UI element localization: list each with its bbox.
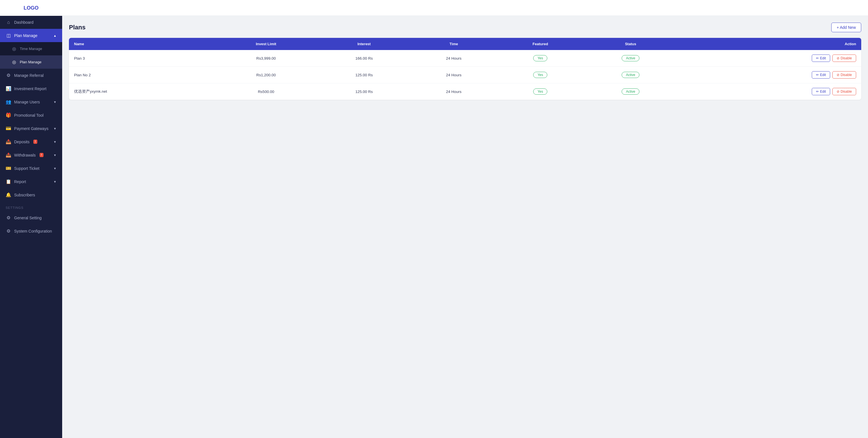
page-header: Plans + Add New — [69, 23, 861, 32]
plan-manage-icon: ◫ — [6, 33, 11, 38]
sidebar-label-subscribers: Subscribers — [14, 193, 35, 197]
sidebar-item-payment-gateways[interactable]: 💳 Payment Gateways ▼ — [0, 122, 62, 135]
table-body: Plan 3 Rs3,999.00 166.00 Rs 24 Hours Yes… — [69, 50, 861, 100]
sidebar-item-support-ticket[interactable]: 🎫 Support Ticket ▼ — [0, 162, 62, 175]
logo-text: LOGO — [24, 5, 39, 11]
sidebar-item-system-configuration[interactable]: ⚙ System Configuration — [0, 224, 62, 238]
cell-name-1: Plan No 2 — [69, 67, 214, 83]
sidebar-item-plan-manage[interactable]: ◫ Plan Manage ▲ — [0, 29, 62, 42]
sidebar-item-promotional-tool[interactable]: 🎁 Promotional Tool — [0, 108, 62, 122]
edit-icon-2: ✏ — [816, 90, 819, 94]
cell-interest-0: 166.00 Rs — [318, 50, 410, 67]
sidebar-label-manage-users: Manage Users — [14, 100, 40, 104]
featured-badge-0: Yes — [533, 55, 547, 61]
plan-manage-submenu: ◎ Time Manage ◎ Plan Manage — [0, 42, 62, 69]
table-row: Plan No 2 Rs1,200.00 125.00 Rs 24 Hours … — [69, 67, 861, 83]
edit-button-1[interactable]: ✏ Edit — [812, 71, 830, 79]
sidebar-item-general-setting[interactable]: ⚙ General Setting — [0, 211, 62, 224]
sidebar-item-dashboard[interactable]: ⌂ Dashboard — [0, 16, 62, 29]
manage-users-icon: 👥 — [6, 99, 11, 104]
action-buttons-0: ✏ Edit ⊘ Disable — [683, 55, 856, 62]
add-new-button[interactable]: + Add New — [831, 23, 861, 32]
plans-table-container: Name Invest Limit Interest Time Featured… — [69, 38, 861, 100]
cell-action-2: ✏ Edit ⊘ Disable — [678, 83, 861, 100]
edit-icon-1: ✏ — [816, 73, 819, 77]
cell-time-1: 24 Hours — [410, 67, 497, 83]
chevron-down-support: ▼ — [53, 167, 57, 170]
table-row: Plan 3 Rs3,999.00 166.00 Rs 24 Hours Yes… — [69, 50, 861, 67]
sidebar-item-time-manage[interactable]: ◎ Time Manage — [0, 42, 62, 55]
table-header: Name Invest Limit Interest Time Featured… — [69, 38, 861, 50]
disable-icon-0: ⊘ — [837, 56, 839, 60]
sidebar-item-manage-users[interactable]: 👥 Manage Users ▼ — [0, 95, 62, 108]
cell-invest-limit-1: Rs1,200.00 — [214, 67, 318, 83]
report-icon: 📋 — [6, 179, 11, 184]
chevron-down-payment: ▼ — [53, 127, 57, 130]
sidebar-label-plan-manage: Plan Manage — [14, 33, 38, 38]
withdrawals-badge: ! — [39, 153, 43, 157]
status-badge-2: Active — [622, 89, 640, 95]
cell-interest-1: 125.00 Rs — [318, 67, 410, 83]
active-bar — [0, 29, 1, 42]
investment-report-icon: 📊 — [6, 86, 11, 91]
cell-status-2: Active — [584, 83, 678, 100]
home-icon: ⌂ — [6, 20, 11, 25]
time-manage-icon: ◎ — [11, 46, 17, 52]
table-row: 优选资产yxymk.net Rs500.00 125.00 Rs 24 Hour… — [69, 83, 861, 100]
sidebar-item-subscribers[interactable]: 🔔 Subscribers — [0, 188, 62, 201]
cell-featured-2: Yes — [497, 83, 584, 100]
chevron-down-report: ▼ — [53, 180, 57, 183]
payment-gateways-icon: 💳 — [6, 126, 11, 131]
deposits-icon: 📥 — [6, 139, 11, 145]
cell-interest-2: 125.00 Rs — [318, 83, 410, 100]
disable-button-2[interactable]: ⊘ Disable — [832, 88, 856, 95]
sidebar-item-report[interactable]: 📋 Report ▼ — [0, 175, 62, 188]
col-name: Name — [69, 38, 214, 50]
system-configuration-icon: ⚙ — [6, 228, 11, 234]
sidebar-label-general-setting: General Setting — [14, 216, 41, 220]
general-setting-icon: ⚙ — [6, 215, 11, 220]
edit-button-0[interactable]: ✏ Edit — [812, 55, 830, 62]
action-buttons-2: ✏ Edit ⊘ Disable — [683, 88, 856, 95]
sidebar-label-promotional-tool: Promotional Tool — [14, 113, 43, 118]
col-interest: Interest — [318, 38, 410, 50]
status-badge-1: Active — [622, 72, 640, 78]
edit-button-2[interactable]: ✏ Edit — [812, 88, 830, 95]
deposits-badge: ! — [33, 139, 37, 144]
sidebar-label-dashboard: Dashboard — [14, 20, 34, 25]
sidebar-item-plan-manage-sub[interactable]: ◎ Plan Manage — [0, 55, 62, 69]
manage-referral-icon: ⚙ — [6, 73, 11, 78]
status-badge-0: Active — [622, 55, 640, 61]
top-bar — [62, 0, 868, 16]
cell-status-0: Active — [584, 50, 678, 67]
cell-action-0: ✏ Edit ⊘ Disable — [678, 50, 861, 67]
cell-name-2: 优选资产yxymk.net — [69, 83, 214, 100]
sidebar-item-investment-report[interactable]: 📊 Investment Report — [0, 82, 62, 95]
sidebar-label-withdrawals: Withdrawals — [14, 153, 36, 157]
sidebar-item-withdrawals[interactable]: 📤 Withdrawals ! ▼ — [0, 148, 62, 162]
withdrawals-icon: 📤 — [6, 152, 11, 158]
support-ticket-icon: 🎫 — [6, 165, 11, 171]
disable-button-0[interactable]: ⊘ Disable — [832, 55, 856, 62]
page-title: Plans — [69, 24, 86, 31]
featured-badge-1: Yes — [533, 72, 547, 78]
sidebar-label-support-ticket: Support Ticket — [14, 166, 39, 171]
cell-name-0: Plan 3 — [69, 50, 214, 67]
sidebar-item-deposits[interactable]: 📥 Deposits ! ▼ — [0, 135, 62, 148]
cell-featured-0: Yes — [497, 50, 584, 67]
chevron-down-deposits: ▼ — [53, 140, 57, 144]
edit-icon-0: ✏ — [816, 56, 819, 60]
cell-invest-limit-2: Rs500.00 — [214, 83, 318, 100]
sidebar-label-time-manage: Time Manage — [20, 46, 42, 51]
sidebar-item-manage-referral[interactable]: ⚙ Manage Referral — [0, 69, 62, 82]
promotional-tool-icon: 🎁 — [6, 113, 11, 118]
cell-time-0: 24 Hours — [410, 50, 497, 67]
col-invest-limit: Invest Limit — [214, 38, 318, 50]
disable-button-1[interactable]: ⊘ Disable — [832, 71, 856, 79]
chevron-down-manage-users: ▼ — [53, 100, 57, 104]
action-buttons-1: ✏ Edit ⊘ Disable — [683, 71, 856, 79]
sidebar-label-plan-manage-sub: Plan Manage — [20, 60, 41, 64]
cell-invest-limit-0: Rs3,999.00 — [214, 50, 318, 67]
col-featured: Featured — [497, 38, 584, 50]
sidebar-logo: LOGO — [0, 0, 62, 16]
